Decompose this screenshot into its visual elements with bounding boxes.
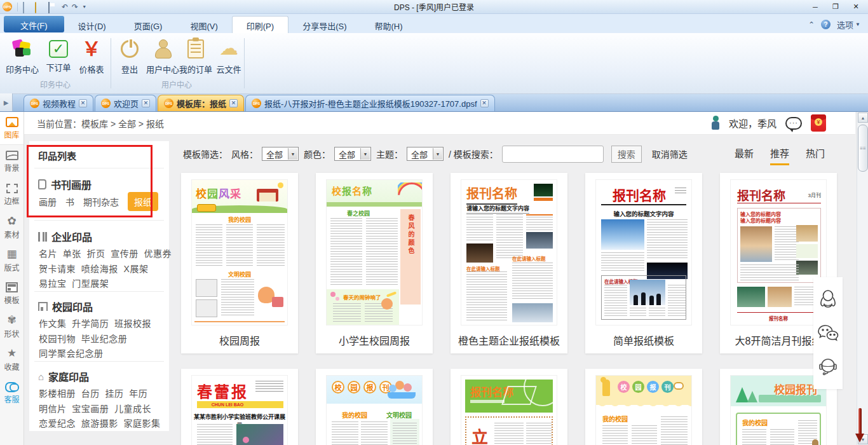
redo-icon[interactable]: ↷	[72, 3, 78, 11]
business-links-row[interactable]: 易拉宝 门型展架	[39, 277, 165, 289]
menu-print[interactable]: 印刷(P)	[232, 16, 288, 33]
color-select[interactable]: 全部 ▼	[334, 147, 371, 161]
tab-welcome[interactable]: DPS 欢迎页 ✕	[95, 95, 156, 111]
sidebar-item-background[interactable]: 背景	[0, 145, 24, 178]
sidebar-item-material[interactable]: ✿ 素材	[0, 211, 24, 244]
message-bubble-icon[interactable]: ···	[785, 117, 802, 130]
template-card[interactable]: 报刊名称 立	[451, 369, 567, 445]
template-thumbnail: 校 园 报 刊 我的校园 文明校园	[326, 375, 423, 445]
sidebar-item-customer-service[interactable]: 客服	[0, 376, 24, 409]
my-orders-button[interactable]: 我的订单	[179, 34, 212, 75]
menu-file[interactable]: 文件(F)	[4, 16, 64, 32]
menu-share-export[interactable]: 分享导出(S)	[288, 17, 360, 33]
menu-view[interactable]: 视图(V)	[176, 17, 231, 33]
yen-icon: ￥	[79, 38, 104, 60]
options-caret-icon: ▼	[855, 22, 860, 27]
link-newspaper-active[interactable]: 报纸	[128, 192, 158, 211]
business-links-row[interactable]: 贺卡请柬 喷绘海报 X展架	[39, 262, 165, 275]
scrollbar-thumb[interactable]: ≡≡	[858, 125, 868, 172]
tab-close-icon[interactable]: ✕	[142, 99, 150, 107]
family-links-row[interactable]: 影楼相册 台历 挂历 年历	[39, 387, 165, 399]
dropdown-arrow-icon[interactable]: ▼	[288, 148, 297, 160]
tab-close-icon[interactable]: ✕	[229, 99, 238, 107]
vertical-scrollbar[interactable]: ▲ ≡≡ ▼	[857, 112, 868, 445]
open-file-icon[interactable]	[35, 3, 44, 11]
red-packet-icon[interactable]: ¥	[811, 114, 826, 132]
template-card[interactable]: 春蕾报 CHUN LEI BAO 某某市胜利小学实验班教师公开课展示	[181, 369, 298, 445]
user-center-button[interactable]: 用户中心	[146, 34, 179, 75]
sort-recommended[interactable]: 推荐	[770, 146, 789, 165]
menu-page[interactable]: 页面(G)	[120, 17, 177, 33]
product-list-panel: 印品列表 书刊画册 画册 书 期刊杂志 报纸 企业印品 名片 单张 折页 宣传册…	[29, 141, 169, 431]
sidebar-item-template[interactable]: 模板	[0, 277, 24, 310]
help-icon[interactable]: ?	[821, 20, 831, 29]
template-card[interactable]: 校报名称 春之校园 春风的颜色 春天的闹钟响了 小学生校园周报	[316, 173, 433, 353]
link-book[interactable]: 书	[65, 195, 74, 208]
customer-service-headset-icon[interactable]	[817, 356, 839, 378]
divider	[34, 220, 164, 221]
book-links: 画册 书 期刊杂志 报纸	[39, 192, 158, 211]
template-thumbnail: 报刊名称 输入您的标题文字内容 在此请输入标题	[595, 179, 692, 325]
minimize-button[interactable]: ─	[806, 1, 825, 13]
school-links-row[interactable]: 同学聚会纪念册	[39, 346, 165, 359]
panel-title: 印品列表	[38, 149, 76, 162]
tab-close-icon[interactable]: ✕	[79, 99, 87, 107]
logout-button[interactable]: 登出	[113, 34, 146, 75]
style-select[interactable]: 全部 ▼	[262, 147, 299, 161]
template-card[interactable]: 校 园 报 刊 我的校园 文明校园	[316, 369, 433, 445]
template-card[interactable]: 报刊名称 请输入您的标题文字内容 在此请输入标题 在此请输入标题 橙色主题企业报…	[451, 173, 567, 353]
dps-file-icon: DPS	[252, 99, 261, 108]
undo-icon[interactable]: ↶	[62, 3, 68, 11]
print-center-button[interactable]: 印务中心	[3, 34, 42, 75]
template-search-input[interactable]	[502, 146, 604, 163]
group-label-print-center: 印务中心	[3, 79, 108, 90]
search-button[interactable]: 搜索	[611, 146, 642, 163]
puzzle-icon	[10, 38, 34, 60]
theme-select[interactable]: 全部 ▼	[407, 147, 444, 161]
tab-collapse-icon[interactable]: ▶	[0, 93, 13, 111]
sort-newest[interactable]: 最新	[735, 146, 754, 165]
search-label: / 模板搜索：	[449, 147, 498, 160]
place-order-button[interactable]: ✓ 下订单	[42, 34, 75, 73]
divider	[34, 361, 164, 362]
new-document-icon[interactable]	[22, 3, 31, 11]
collapse-ribbon-icon[interactable]: ⌃	[808, 20, 815, 29]
toolbar-more-icon[interactable]: ▼	[82, 3, 86, 11]
business-links-row[interactable]: 名片 单张 折页 宣传册 优惠券	[39, 247, 165, 259]
link-album[interactable]: 画册	[39, 195, 57, 208]
family-links-row[interactable]: 明信片 宝宝画册 儿童成长	[39, 402, 165, 414]
tab-video-tutorial[interactable]: DPS 视频教程 ✕	[24, 95, 93, 111]
price-list-button[interactable]: ￥ 价格表	[75, 34, 108, 75]
tab-newspaper-document[interactable]: DPS 报纸-八开报对折-橙色主题企业报纸模板190327-1707.dpsf …	[245, 95, 494, 111]
cloud-files-button[interactable]: ☁ 云文件	[212, 34, 245, 75]
close-button[interactable]: ✕	[846, 1, 865, 13]
menu-help[interactable]: 帮助(H)	[360, 17, 416, 33]
school-links-row[interactable]: 作文集 升学简历 班报校报	[39, 317, 165, 329]
options-button[interactable]: 选项 ▼	[837, 18, 860, 31]
template-card[interactable]: 报刊名称 输入您的标题文字内容 在此请输入标题	[585, 173, 702, 353]
wechat-icon[interactable]	[817, 323, 839, 343]
template-card[interactable]: 校 园 报 刊 我的校园	[585, 369, 702, 445]
sidebar-item-favorites[interactable]: ★ 收藏	[0, 343, 24, 376]
link-magazine[interactable]: 期刊杂志	[83, 195, 119, 208]
sidebar-item-shape[interactable]: ✾ 形状	[0, 310, 24, 343]
tab-template-library[interactable]: DPS 模板库：报纸 ✕	[158, 95, 244, 111]
cancel-filter-button[interactable]: 取消筛选	[652, 147, 688, 160]
sidebar-item-border[interactable]: 边框	[0, 178, 24, 211]
qq-icon[interactable]	[817, 289, 839, 310]
app-logo: DPS	[3, 2, 12, 11]
sidebar-item-gallery[interactable]: 图库	[0, 112, 24, 145]
school-links-row[interactable]: 校园刊物 毕业纪念册	[39, 332, 165, 345]
menu-design[interactable]: 设计(D)	[64, 17, 120, 33]
sidebar-item-layout[interactable]: ▦ 版式	[0, 244, 24, 277]
dropdown-arrow-icon[interactable]: ▼	[360, 148, 370, 160]
group-label-user-center: 用户中心	[113, 79, 240, 90]
save-icon[interactable]	[48, 3, 58, 11]
family-links-row[interactable]: 恋爱纪念 旅游摄影 家庭影集	[39, 416, 165, 429]
restore-button[interactable]: ❐	[826, 1, 845, 13]
scroll-up-button[interactable]: ▲	[858, 113, 868, 123]
tab-close-icon[interactable]: ✕	[480, 99, 489, 107]
template-card[interactable]: 校园风采 我的校园 文明校园 校园周报	[181, 173, 298, 353]
dropdown-arrow-icon[interactable]: ▼	[433, 148, 442, 160]
sort-hot[interactable]: 热门	[806, 146, 825, 165]
